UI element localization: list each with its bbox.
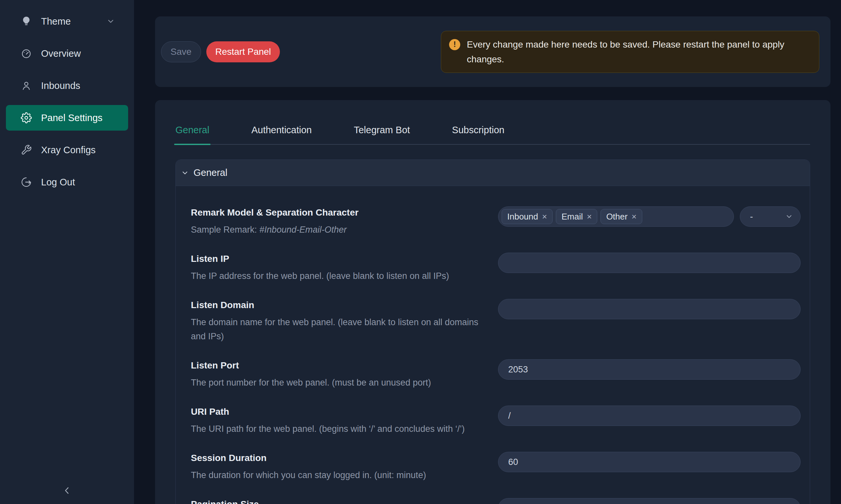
- listen-domain-input[interactable]: [498, 299, 801, 319]
- tag-remove-icon[interactable]: ×: [542, 212, 547, 221]
- chevron-down-icon: [106, 17, 115, 25]
- general-collapse-panel: General Remark Model & Separation Charac…: [175, 160, 810, 504]
- sidebar-item-label: Xray Configs: [41, 145, 96, 156]
- sidebar-item-panel-settings[interactable]: Panel Settings: [6, 105, 128, 131]
- field-label-block: Pagination Size: [191, 498, 498, 504]
- field-label-block: Listen DomainThe domain name for the web…: [191, 299, 498, 344]
- field-label-block: Remark Model & Separation CharacterSampl…: [191, 206, 498, 237]
- remark-model-separation-character-select[interactable]: Inbound×Email×Other×: [498, 206, 734, 227]
- section-title: General: [193, 167, 227, 178]
- field-description: Sample Remark: #Inbound-Email-Other: [191, 223, 492, 237]
- field-control: [498, 359, 801, 390]
- form-row-session-duration: Session DurationThe duration for which y…: [191, 452, 801, 482]
- chevron-down-icon: [181, 169, 189, 177]
- field-control: [498, 498, 801, 504]
- alert-text: Every change made here needs to be saved…: [467, 37, 812, 67]
- tab-telegram-bot[interactable]: Telegram Bot: [354, 125, 410, 144]
- field-control: Inbound×Email×Other×-: [498, 206, 801, 237]
- field-label: Listen Port: [191, 359, 492, 372]
- settings-card: GeneralAuthenticationTelegram BotSubscri…: [155, 100, 830, 504]
- gear-icon: [21, 112, 32, 123]
- field-label: Session Duration: [191, 452, 492, 464]
- warning-alert: ! Every change made here needs to be sav…: [441, 31, 819, 73]
- pagination-size-input[interactable]: [498, 498, 801, 504]
- form-row-remark-model-separation-character: Remark Model & Separation CharacterSampl…: [191, 206, 801, 237]
- field-label: URI Path: [191, 406, 492, 418]
- field-label: Remark Model & Separation Character: [191, 206, 492, 219]
- general-collapse-header[interactable]: General: [176, 160, 810, 186]
- toolbar-card: Save Restart Panel ! Every change made h…: [155, 16, 830, 87]
- field-description: The IP address for the web panel. (leave…: [191, 269, 492, 283]
- field-label-block: Listen IPThe IP address for the web pane…: [191, 253, 498, 283]
- uri-path-input[interactable]: [498, 406, 801, 426]
- sidebar-item-label: Inbounds: [41, 80, 80, 91]
- logout-icon: [21, 177, 32, 188]
- listen-port-input[interactable]: [498, 359, 801, 380]
- bulb-icon: [21, 16, 32, 27]
- sidebar: ThemeOverviewInboundsPanel SettingsXray …: [0, 0, 134, 504]
- tab-subscription[interactable]: Subscription: [452, 125, 504, 144]
- sidebar-nav: ThemeOverviewInboundsPanel SettingsXray …: [0, 8, 134, 195]
- sidebar-collapse-button[interactable]: [60, 483, 74, 499]
- form-row-uri-path: URI PathThe URI path for the web panel. …: [191, 406, 801, 436]
- sidebar-item-label: Theme: [41, 16, 71, 27]
- main-content: Save Restart Panel ! Every change made h…: [134, 0, 841, 504]
- field-label-block: URI PathThe URI path for the web panel. …: [191, 406, 498, 436]
- field-label: Listen Domain: [191, 299, 492, 311]
- sidebar-item-theme[interactable]: Theme: [6, 8, 128, 34]
- form-row-listen-ip: Listen IPThe IP address for the web pane…: [191, 253, 801, 283]
- sidebar-item-xray-configs[interactable]: Xray Configs: [6, 137, 128, 163]
- field-description: The domain name for the web panel. (leav…: [191, 315, 492, 344]
- field-description: The duration for which you can stay logg…: [191, 468, 492, 482]
- session-duration-input[interactable]: [498, 452, 801, 472]
- field-description: The URI path for the web panel. (begins …: [191, 422, 492, 436]
- field-control: [498, 253, 801, 283]
- field-label: Pagination Size: [191, 498, 492, 504]
- field-label-block: Listen PortThe port number for the web p…: [191, 359, 498, 390]
- form-row-pagination-size: Pagination Size: [191, 498, 801, 504]
- sidebar-item-inbounds[interactable]: Inbounds: [6, 73, 128, 98]
- listen-ip-input[interactable]: [498, 253, 801, 273]
- field-label-block: Session DurationThe duration for which y…: [191, 452, 498, 482]
- tag-remove-icon[interactable]: ×: [587, 212, 591, 221]
- chevron-down-icon: [785, 213, 793, 220]
- warning-icon: !: [449, 39, 460, 50]
- sidebar-item-label: Overview: [41, 48, 81, 59]
- wrench-icon: [21, 144, 32, 156]
- tag-email: Email×: [556, 209, 597, 224]
- form-row-listen-port: Listen PortThe port number for the web p…: [191, 359, 801, 390]
- field-description: The port number for the web panel. (must…: [191, 376, 492, 390]
- tag-inbound: Inbound×: [502, 209, 552, 224]
- chevron-left-icon: [62, 485, 72, 496]
- separator-select[interactable]: -: [740, 206, 801, 227]
- sidebar-item-label: Panel Settings: [41, 112, 103, 123]
- separator-value: -: [750, 212, 753, 222]
- tab-general[interactable]: General: [175, 125, 209, 144]
- dashboard-icon: [21, 48, 32, 59]
- field-control: [498, 406, 801, 436]
- restart-panel-button[interactable]: Restart Panel: [206, 41, 280, 62]
- save-button[interactable]: Save: [161, 41, 201, 62]
- tag-remove-icon[interactable]: ×: [631, 212, 636, 221]
- field-control: [498, 452, 801, 482]
- sidebar-item-label: Log Out: [41, 177, 75, 188]
- user-icon: [21, 80, 32, 91]
- tab-authentication[interactable]: Authentication: [251, 125, 312, 144]
- field-label: Listen IP: [191, 253, 492, 265]
- field-control: [498, 299, 801, 344]
- form-row-listen-domain: Listen DomainThe domain name for the web…: [191, 299, 801, 344]
- tag-other: Other×: [601, 209, 642, 224]
- sidebar-item-log-out[interactable]: Log Out: [6, 169, 128, 195]
- app-root: ThemeOverviewInboundsPanel SettingsXray …: [0, 0, 841, 504]
- tab-bar: GeneralAuthenticationTelegram BotSubscri…: [175, 100, 810, 145]
- general-form: Remark Model & Separation CharacterSampl…: [176, 186, 810, 504]
- sidebar-item-overview[interactable]: Overview: [6, 41, 128, 66]
